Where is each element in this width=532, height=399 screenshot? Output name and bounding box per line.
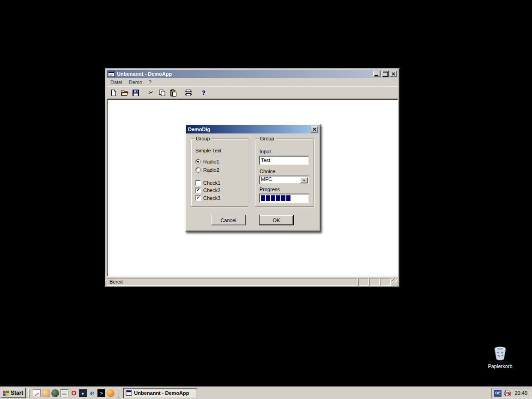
statusbar: Bereit bbox=[107, 277, 398, 286]
new-document-button[interactable] bbox=[108, 88, 119, 98]
paste-button[interactable] bbox=[168, 88, 179, 98]
menu-datei[interactable]: Datei bbox=[107, 79, 126, 86]
resize-grip[interactable] bbox=[392, 278, 398, 286]
windows-flag-icon bbox=[2, 390, 9, 396]
app-icon bbox=[108, 70, 115, 78]
quicklaunch-paint-icon[interactable] bbox=[42, 389, 50, 397]
save-button[interactable] bbox=[130, 88, 141, 98]
group-left-caption: Group bbox=[194, 136, 212, 141]
checkbox-check1[interactable]: Check1 bbox=[195, 180, 220, 186]
dialog-titlebar[interactable]: DemoDlg bbox=[186, 125, 319, 133]
toolbar-separator bbox=[141, 88, 145, 98]
ok-button[interactable]: OK bbox=[259, 215, 294, 225]
check1-indicator[interactable] bbox=[195, 180, 201, 186]
help-icon: ? bbox=[202, 90, 206, 96]
quicklaunch-document-icon[interactable] bbox=[60, 389, 68, 397]
task-button-label: Unbenannt - DemoApp bbox=[134, 390, 189, 396]
print-status-icon[interactable] bbox=[504, 390, 511, 396]
status-panel bbox=[358, 278, 369, 286]
progress-block bbox=[266, 195, 270, 201]
toolbar: ✂ ? bbox=[107, 86, 398, 99]
minimize-button[interactable] bbox=[373, 71, 381, 77]
radio1-label: Radio1 bbox=[203, 159, 219, 164]
checkbox-check2[interactable]: Check2 bbox=[195, 187, 220, 193]
taskbar: Start Unbenannt - DemoApp DE 20:40 bbox=[0, 387, 532, 399]
progress-bar bbox=[259, 193, 309, 203]
progress-block bbox=[261, 195, 265, 201]
radio2-label: Radio2 bbox=[203, 167, 219, 173]
desktop-icon-papierkorb[interactable]: Papierkorb bbox=[484, 345, 517, 369]
open-button[interactable] bbox=[119, 88, 130, 98]
cut-button[interactable]: ✂ bbox=[145, 88, 157, 98]
choice-selected-value: MFC bbox=[259, 175, 300, 184]
open-folder-icon bbox=[121, 89, 129, 97]
simple-text-label: Simple Text bbox=[195, 148, 222, 153]
menu-demo[interactable]: Demo bbox=[126, 79, 145, 86]
dialog-close-button[interactable] bbox=[311, 126, 318, 133]
app-titlebar[interactable]: Unbenannt - DemoApp bbox=[107, 70, 398, 78]
recycle-bin-icon bbox=[492, 345, 508, 361]
task-app-icon bbox=[126, 390, 132, 396]
radio-radio1[interactable]: Radio1 bbox=[195, 158, 219, 164]
quicklaunch-opera-icon[interactable] bbox=[70, 389, 78, 397]
progress-label: Progress bbox=[260, 187, 280, 192]
close-button[interactable] bbox=[390, 71, 397, 77]
menu-help[interactable]: ? bbox=[145, 79, 155, 86]
taskbar-handle[interactable] bbox=[28, 388, 30, 398]
quicklaunch-netscape-icon[interactable] bbox=[107, 389, 115, 397]
input-label: Input bbox=[260, 149, 271, 154]
save-icon bbox=[132, 89, 139, 97]
input-field[interactable] bbox=[259, 156, 309, 165]
task-button-demoapp[interactable]: Unbenannt - DemoApp bbox=[123, 388, 197, 398]
start-label: Start bbox=[11, 390, 23, 396]
toolbar-separator bbox=[194, 88, 198, 98]
quicklaunch-ie-icon[interactable] bbox=[88, 389, 96, 397]
quick-launch-bar bbox=[32, 389, 115, 397]
print-button[interactable] bbox=[183, 88, 194, 98]
progress-block bbox=[286, 195, 290, 201]
choice-label: Choice bbox=[260, 169, 275, 174]
status-text: Bereit bbox=[107, 278, 357, 286]
desktop: { "colors": { "desktop": "#000000", "win… bbox=[0, 0, 532, 399]
toolbar-separator bbox=[179, 88, 183, 98]
progress-block bbox=[281, 195, 285, 201]
demodlg-dialog: DemoDlg Group Simple Text Radio1 Radio2 … bbox=[185, 124, 320, 231]
group-right-caption: Group bbox=[259, 136, 276, 141]
taskbar-handle[interactable] bbox=[118, 388, 119, 398]
quicklaunch-console-icon[interactable] bbox=[97, 389, 105, 397]
quicklaunch-notes-icon[interactable] bbox=[33, 389, 41, 397]
radio-radio2[interactable]: Radio2 bbox=[195, 167, 219, 173]
choice-combobox[interactable]: MFC bbox=[259, 175, 309, 184]
radio1-indicator[interactable] bbox=[195, 159, 201, 164]
dialog-body: Group Simple Text Radio1 Radio2 Check1 C… bbox=[186, 133, 319, 230]
status-panel bbox=[369, 278, 380, 286]
progress-block bbox=[276, 195, 280, 201]
start-button[interactable]: Start bbox=[1, 388, 26, 398]
check3-indicator[interactable] bbox=[195, 195, 201, 201]
maximize-button[interactable] bbox=[381, 71, 389, 77]
dialog-title: DemoDlg bbox=[187, 127, 310, 132]
help-button[interactable]: ? bbox=[198, 88, 209, 98]
group-right: Group Input Choice MFC Progress bbox=[255, 139, 314, 207]
check2-indicator[interactable] bbox=[195, 187, 201, 193]
menubar: Datei Demo ? bbox=[107, 78, 398, 86]
quicklaunch-web-icon[interactable] bbox=[51, 389, 59, 397]
radio2-indicator[interactable] bbox=[195, 167, 201, 173]
progress-block bbox=[271, 195, 275, 201]
desktop-icon-label: Papierkorb bbox=[484, 363, 517, 369]
keyboard-layout-indicator[interactable]: DE bbox=[494, 390, 502, 397]
quicklaunch-media-icon[interactable] bbox=[79, 389, 87, 397]
checkbox-check3[interactable]: Check3 bbox=[195, 195, 220, 201]
copy-icon bbox=[158, 89, 166, 97]
check1-label: Check1 bbox=[203, 180, 220, 186]
status-panel bbox=[381, 278, 391, 286]
chevron-down-icon[interactable] bbox=[300, 177, 308, 183]
taskbar-clock[interactable]: 20:40 bbox=[514, 390, 527, 396]
group-left: Group Simple Text Radio1 Radio2 Check1 C… bbox=[191, 139, 248, 207]
system-tray: DE 20:40 bbox=[491, 388, 531, 398]
cancel-button[interactable]: Cancel bbox=[211, 215, 246, 225]
print-icon bbox=[184, 89, 193, 97]
check3-label: Check3 bbox=[203, 195, 220, 201]
check2-label: Check2 bbox=[203, 187, 220, 193]
copy-button[interactable] bbox=[157, 88, 168, 98]
